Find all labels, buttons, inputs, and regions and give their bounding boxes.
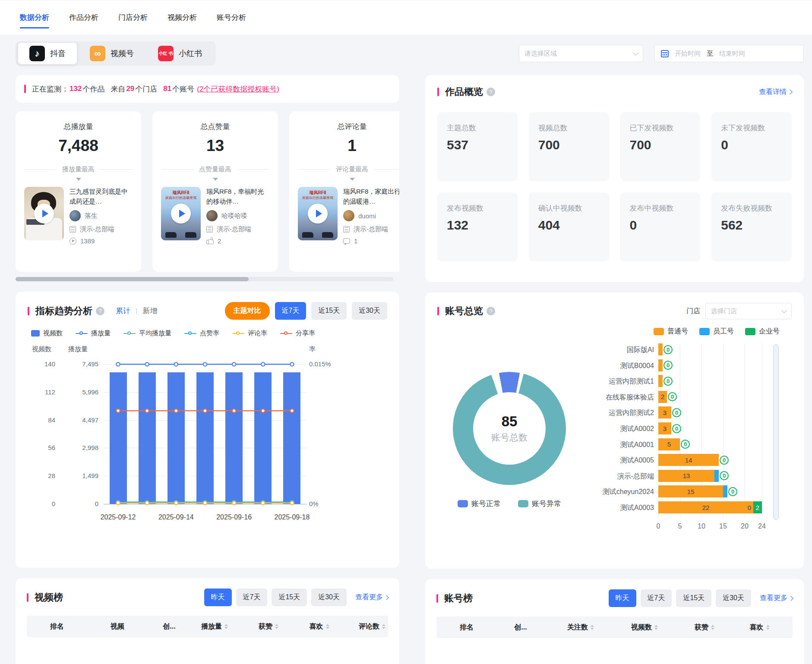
video-rank-col-3[interactable]: 播放量 — [186, 622, 243, 631]
stat-label: 已下发视频数 — [630, 123, 691, 133]
account-type-legend: 普通号员工号企业号 — [654, 327, 780, 336]
accent-bar — [24, 85, 26, 93]
legend-item-5[interactable]: 分享率 — [280, 329, 315, 337]
sort-icon[interactable] — [275, 624, 278, 629]
account-rank-range-button-0[interactable]: 昨天 — [609, 589, 636, 607]
bar-segment-normal[interactable] — [658, 359, 663, 371]
sort-icon[interactable] — [654, 625, 658, 630]
account-rank-col-5[interactable]: 喜欢 — [733, 623, 787, 632]
top-video-row[interactable]: 瑞风RF8家庭出行的温馨座驾瑞风RF8，家庭出行的温暖港…duomi演示-总部端… — [298, 187, 399, 245]
video-rank-range-button-0[interactable]: 昨天 — [204, 588, 232, 606]
bar-segment-staff[interactable] — [714, 470, 719, 482]
accent-bar — [436, 594, 438, 603]
x-axis-tick: 0 — [657, 522, 660, 530]
play-button-icon[interactable] — [34, 204, 54, 223]
legend-item-1[interactable]: 播放量 — [76, 329, 111, 337]
nav-tab-4[interactable]: 账号分析 — [216, 8, 247, 27]
account-rank-col-4[interactable]: 获赞 — [676, 623, 733, 632]
video-rank-col-4[interactable]: 获赞 — [243, 622, 294, 631]
legend-item-3[interactable]: 点赞率 — [184, 329, 219, 337]
metric-cards-scrollbar[interactable] — [16, 277, 393, 281]
legend-swatch — [31, 330, 40, 337]
type-legend-item-0[interactable]: 普通号 — [654, 327, 688, 336]
sort-icon[interactable] — [711, 625, 714, 630]
nav-tab-1[interactable]: 作品分析 — [68, 8, 99, 27]
scrollbar-thumb[interactable] — [16, 277, 249, 281]
platform-tab-0[interactable]: ♪抖音 — [18, 43, 77, 64]
play-button-icon[interactable] — [171, 204, 191, 223]
play-button-icon[interactable] — [308, 204, 328, 223]
metric-title: 总播放量 — [24, 122, 133, 132]
bar-row-label: 测试A0002 — [589, 425, 654, 434]
account-rank-col-3[interactable]: 视频数 — [613, 623, 676, 632]
legend-item-0[interactable]: 视频数 — [31, 329, 63, 337]
plays-tick: 7,495 — [59, 360, 98, 368]
platform-tabs: ♪抖音∞视频号小红 书小红书 — [16, 41, 216, 66]
accent-bar — [437, 307, 439, 315]
bar-segment-normal[interactable] — [658, 343, 663, 356]
platform-tab-1[interactable]: ∞视频号 — [79, 43, 145, 64]
mode-cumulative[interactable]: 累计 — [116, 307, 130, 315]
main-grid: 正在监测： 132 个作品 来自 29 个门店 81 个账号 (2个已获得数据授… — [16, 75, 804, 664]
sort-icon[interactable] — [224, 624, 228, 629]
top-video-row[interactable]: 三九感冒灵到底是中成药还是…落生演示-总部端1389 — [24, 187, 133, 245]
video-rank-range-button-3[interactable]: 近30天 — [311, 588, 347, 606]
video-rank-col-6[interactable]: 评论数 — [344, 622, 388, 631]
legend-line-marker — [280, 331, 292, 336]
stat-label: 发布中视频数 — [630, 204, 691, 214]
account-rank-col-6[interactable]: 评论数 — [787, 623, 793, 632]
account-rank-range-button-3[interactable]: 近30天 — [716, 589, 751, 607]
account-rank-more-link[interactable]: 查看更多 — [760, 594, 793, 603]
sort-icon[interactable] — [326, 624, 329, 629]
account-rank-range-button-2[interactable]: 近15天 — [676, 589, 711, 607]
account-rank-range-button-1[interactable]: 近7天 — [641, 589, 672, 607]
authorized-accounts-link[interactable]: (2个已获得数据授权账号) — [197, 84, 279, 94]
video-thumbnail[interactable]: 瑞风RF8家庭出行的温馨座驾 — [298, 187, 338, 240]
topic-compare-button[interactable]: 主题对比 — [225, 302, 270, 320]
store-select[interactable]: 选择门店 — [705, 303, 792, 319]
nav-tab-3[interactable]: 视频分析 — [167, 8, 198, 27]
region-select[interactable]: 请选择区域 — [519, 45, 643, 62]
video-rank-table-header: 排名视频创...播放量获赞喜欢评论数分 — [27, 616, 388, 637]
monitor-prefix: 正在监测： — [32, 84, 69, 94]
trend-range-button-0[interactable]: 近7天 — [275, 302, 306, 320]
overview-detail-link[interactable]: 查看详情 — [759, 88, 792, 97]
status-legend-item-0[interactable]: 账号正常 — [458, 499, 501, 509]
help-icon[interactable]: ? — [487, 307, 495, 315]
nav-tab-2[interactable]: 门店分析 — [117, 8, 148, 27]
video-thumbnail[interactable] — [24, 187, 64, 240]
bar-segment-staff[interactable] — [723, 485, 727, 497]
video-rank-col-5[interactable]: 喜欢 — [294, 622, 344, 631]
trend-range-button-1[interactable]: 近15天 — [311, 302, 347, 320]
date-range-picker[interactable]: 开始时间 至 结束时间 — [654, 45, 804, 62]
bar-segment-normal[interactable] — [658, 375, 663, 387]
legend-swatch — [518, 500, 528, 507]
play-count-icon — [70, 238, 76, 245]
x-axis-tick: 5 — [678, 522, 682, 530]
video-rank-more-link[interactable]: 查看更多 — [355, 593, 388, 602]
type-legend-item-1[interactable]: 员工号 — [699, 327, 734, 336]
help-icon[interactable]: ? — [96, 307, 104, 315]
platform-tab-2[interactable]: 小红 书小红书 — [147, 43, 213, 64]
trend-range-button-2[interactable]: 近30天 — [352, 302, 387, 320]
help-icon[interactable]: ? — [487, 88, 495, 96]
legend-item-2[interactable]: 平均播放量 — [123, 329, 171, 337]
account-rank-title: 账号榜 — [444, 592, 473, 605]
bar-chart-scrollbar[interactable] — [773, 344, 779, 520]
divider-label: 评论量最高 — [336, 165, 368, 173]
sort-icon[interactable] — [591, 625, 594, 630]
status-legend-item-1[interactable]: 账号异常 — [518, 499, 561, 509]
legend-item-4[interactable]: 评论率 — [232, 329, 267, 337]
top-video-row[interactable]: 瑞风RF8家庭出行的温馨座驾瑞风RF8，幸福时光的移动伴…哈喽哈喽演示-总部端2 — [161, 187, 269, 245]
bar-row-label: 测试A0003 — [589, 504, 654, 513]
nav-tab-0[interactable]: 数据分析 — [19, 8, 50, 27]
video-thumbnail[interactable]: 瑞风RF8家庭出行的温馨座驾 — [161, 187, 201, 240]
video-rank-range-button-2[interactable]: 近15天 — [272, 588, 307, 606]
x-axis-label: 2025-09-14 — [158, 513, 194, 521]
account-rank-col-2[interactable]: 关注数 — [549, 623, 613, 632]
mode-new[interactable]: 新增 — [142, 307, 157, 315]
sort-icon[interactable] — [766, 625, 770, 630]
type-legend-item-2[interactable]: 企业号 — [745, 327, 780, 336]
sort-icon[interactable] — [382, 624, 385, 629]
video-rank-range-button-1[interactable]: 近7天 — [236, 588, 268, 606]
